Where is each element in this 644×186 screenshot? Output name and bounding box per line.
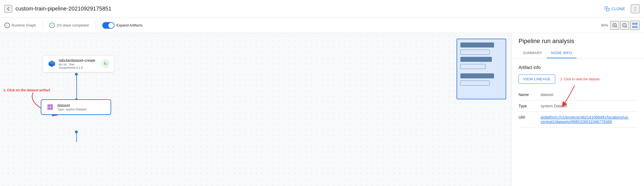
zoom-percentage: 90% [601, 23, 608, 27]
minimap-bar-6 [460, 81, 490, 86]
info-table: Name dataset Type system.Dataset URI aip… [519, 89, 637, 127]
pipeline-title: custom-train-pipeline-20210929175851 [15, 6, 111, 12]
uri-value[interactable]: aiplatform://v1/projects/462141068491/lo… [541, 115, 637, 124]
panel-content: Artifact info VIEW LINEAGE 2. Click to v… [512, 59, 644, 186]
zoom-in-button[interactable] [610, 21, 619, 30]
conn-line-2 [76, 131, 77, 142]
tab-node-info[interactable]: NODE INFO [547, 48, 577, 58]
svg-point-1 [635, 7, 636, 7]
expand-artifacts-label: Expand Artifacts [117, 23, 143, 27]
main-content: 1. Click on the dataset artifact [0, 33, 644, 186]
svg-rect-23 [48, 107, 50, 109]
node-tabular-text: tabulardataset-create gcr.io/...line-com… [59, 58, 98, 69]
annotation-2-text: 2. Click to view the dataset [560, 77, 600, 81]
toolbar-divider-1 [42, 21, 43, 30]
graph-area[interactable]: 1. Click on the dataset artifact [0, 33, 512, 186]
clone-button[interactable]: CLONE [601, 5, 629, 13]
minimap-bar-5 [460, 73, 494, 78]
node-dataset-name: dataset [57, 103, 87, 108]
type-label: Type [519, 104, 541, 108]
info-icon: i [4, 23, 10, 28]
node-action-btn[interactable]: ↻ [101, 59, 110, 68]
info-row-name: Name dataset [519, 89, 637, 100]
panel-tabs: SUMMARY NODE INFO [519, 48, 637, 58]
type-value: system.Dataset [541, 104, 637, 108]
svg-rect-0 [607, 8, 609, 11]
steps-icon: ✓ [49, 23, 55, 28]
runtime-graph-tab[interactable]: i Runtime Graph [4, 23, 36, 28]
minimap-bar-3 [460, 57, 492, 62]
clone-label: CLONE [611, 7, 625, 11]
header-actions: CLONE [601, 4, 640, 13]
toggle-thumb [108, 23, 114, 28]
node-tabular-sub: gcr.io/...line-components:0.1.6 [59, 63, 98, 69]
svg-line-9 [626, 26, 627, 27]
minimap-bar-1 [460, 42, 494, 47]
node-tabulardataset-create[interactable]: tabulardataset-create gcr.io/...line-com… [43, 55, 114, 72]
zoom-fit-button[interactable] [630, 21, 640, 30]
svg-rect-24 [50, 107, 52, 109]
info-row-type: Type system.Dataset [519, 100, 637, 112]
svg-rect-22 [50, 105, 52, 107]
annotation-1-text: 1. Click on the dataset artifact [3, 88, 50, 92]
right-panel: Pipeline run analysis SUMMARY NODE INFO … [512, 33, 644, 186]
svg-rect-11 [633, 23, 634, 24]
more-button[interactable] [631, 4, 640, 13]
minimap [457, 39, 506, 99]
svg-point-3 [635, 10, 636, 11]
zoom-out-button[interactable] [620, 21, 629, 30]
runtime-graph-label: Runtime Graph [12, 23, 36, 27]
steps-completed: ✓ 2/3 steps completed [49, 23, 88, 28]
conn-line-1 [76, 74, 77, 99]
header-left: custom-train-pipeline-20210929175851 [4, 5, 601, 13]
svg-rect-13 [633, 26, 634, 28]
toggle-track[interactable] [102, 22, 114, 29]
panel-title: Pipeline run analysis [519, 38, 637, 45]
svg-line-5 [616, 26, 617, 27]
svg-rect-12 [635, 23, 637, 24]
annotation-2-wrap: 2. Click to view the dataset [555, 77, 600, 81]
uri-label: URI [519, 115, 541, 119]
svg-rect-14 [635, 26, 637, 28]
minimap-inner [457, 39, 506, 89]
cube-icon [47, 59, 56, 68]
name-value: dataset [541, 92, 637, 97]
steps-label: 2/3 steps completed [57, 23, 88, 27]
node-dataset-text: dataset Type: system.Dataset [57, 103, 87, 111]
node-dataset[interactable]: dataset Type: system.Dataset [41, 99, 111, 115]
view-lineage-button[interactable]: VIEW LINEAGE [519, 75, 555, 84]
node-dataset-sub: Type: system.Dataset [57, 108, 87, 111]
artifact-info-title: Artifact info [519, 65, 637, 70]
tab-summary[interactable]: SUMMARY [519, 48, 547, 58]
info-row-uri: URI aiplatform://v1/projects/46214106849… [519, 112, 637, 127]
minimap-bar-2 [460, 50, 490, 55]
header: custom-train-pipeline-20210929175851 CLO… [0, 0, 644, 18]
toolbar: i Runtime Graph ✓ 2/3 steps completed Ex… [0, 18, 644, 33]
zoom-controls: 90% [601, 21, 640, 30]
toolbar-divider-2 [95, 21, 96, 30]
minimap-bar-4 [460, 64, 485, 69]
node-tabular-name: tabulardataset-create [59, 58, 98, 63]
expand-artifacts-toggle[interactable]: Expand Artifacts [102, 22, 143, 29]
svg-rect-21 [48, 105, 50, 107]
lineage-row: VIEW LINEAGE 2. Click to view the datase… [519, 75, 637, 84]
back-button[interactable] [4, 5, 12, 13]
svg-point-2 [635, 8, 636, 9]
dataset-icon [46, 103, 55, 111]
name-label: Name [519, 92, 541, 97]
panel-header: Pipeline run analysis SUMMARY NODE INFO [512, 33, 644, 59]
